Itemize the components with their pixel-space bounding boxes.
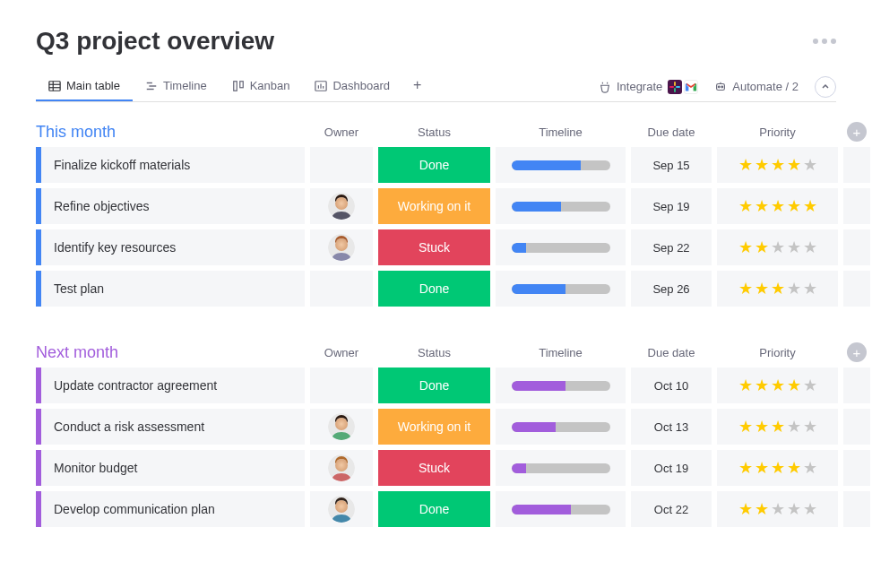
priority-cell[interactable]: ★★★★★	[717, 450, 838, 486]
priority-cell[interactable]: ★★★★★	[717, 409, 838, 445]
timeline-cell[interactable]	[496, 368, 626, 403]
timeline-cell[interactable]	[496, 188, 626, 224]
due-date-cell[interactable]: Oct 22	[631, 491, 712, 527]
column-header-due[interactable]: Due date	[631, 125, 712, 139]
status-cell[interactable]: Working on it	[378, 188, 490, 224]
extra-cell[interactable]	[843, 188, 870, 224]
task-name-cell[interactable]: Develop communication plan	[36, 491, 305, 527]
timeline-cell[interactable]	[496, 450, 626, 486]
due-date-cell[interactable]: Sep 19	[631, 188, 712, 224]
due-date-cell[interactable]: Sep 26	[631, 271, 712, 307]
task-name-cell[interactable]: Test plan	[36, 271, 305, 307]
owner-cell[interactable]	[310, 271, 373, 307]
timeline-cell[interactable]	[496, 409, 626, 445]
priority-cell[interactable]: ★★★★★	[717, 147, 838, 183]
table-row: Conduct a risk assessment Working on itO…	[36, 409, 836, 445]
tab-main-table[interactable]: Main table	[36, 72, 133, 101]
extra-cell[interactable]	[843, 409, 870, 445]
extra-cell[interactable]	[843, 229, 870, 265]
priority-cell[interactable]: ★★★★★	[717, 229, 838, 265]
owner-cell[interactable]	[310, 229, 373, 265]
add-column-button[interactable]: +	[847, 122, 867, 142]
status-cell[interactable]: Working on it	[378, 409, 490, 445]
due-date-cell[interactable]: Oct 13	[631, 409, 712, 445]
column-header-status[interactable]: Status	[378, 125, 490, 139]
extra-cell[interactable]	[843, 491, 870, 527]
due-date-cell[interactable]: Sep 22	[631, 229, 712, 265]
more-menu-button[interactable]	[813, 39, 836, 44]
task-name-cell[interactable]: Monitor budget	[36, 450, 305, 486]
column-header-owner[interactable]: Owner	[310, 346, 373, 359]
status-cell[interactable]: Done	[378, 147, 490, 183]
add-view-button[interactable]: +	[402, 72, 432, 101]
star-icon: ★	[787, 239, 801, 255]
group-title[interactable]: Next month	[36, 343, 305, 362]
avatar	[328, 496, 355, 523]
svg-rect-16	[676, 86, 680, 88]
timeline-cell[interactable]	[496, 271, 626, 307]
priority-cell[interactable]: ★★★★★	[717, 188, 838, 224]
owner-cell[interactable]	[310, 409, 373, 445]
star-icon: ★	[771, 460, 785, 476]
table-row: Refine objectives Working on itSep 19★★★…	[36, 188, 836, 224]
table-row: Update contractor agreementDoneOct 10★★★…	[36, 368, 836, 403]
column-header-priority[interactable]: Priority	[717, 125, 838, 139]
star-icon: ★	[738, 419, 753, 435]
timeline-cell[interactable]	[496, 229, 626, 265]
owner-cell[interactable]	[310, 147, 373, 183]
view-tabs: Main table Timeline Kanban Dashboard +	[36, 72, 836, 102]
automate-button[interactable]: Automate / 2	[714, 80, 799, 93]
owner-cell[interactable]	[310, 450, 373, 486]
extra-cell[interactable]	[843, 271, 870, 307]
star-icon: ★	[787, 198, 801, 214]
extra-cell[interactable]	[843, 450, 870, 486]
integrate-button[interactable]: Integrate	[599, 80, 698, 94]
task-name-cell[interactable]: Update contractor agreement	[36, 368, 305, 403]
task-name-cell[interactable]: Conduct a risk assessment	[36, 409, 305, 445]
tab-kanban[interactable]: Kanban	[220, 72, 303, 101]
add-column-button[interactable]: +	[847, 342, 867, 362]
collapse-button[interactable]	[815, 76, 836, 98]
column-header-status[interactable]: Status	[378, 346, 490, 359]
due-date-cell[interactable]: Oct 19	[631, 450, 712, 486]
timeline-cell[interactable]	[496, 491, 626, 527]
star-icon: ★	[755, 157, 769, 173]
star-icon: ★	[738, 377, 753, 393]
column-header-timeline[interactable]: Timeline	[496, 125, 626, 139]
column-header-priority[interactable]: Priority	[717, 346, 838, 359]
priority-cell[interactable]: ★★★★★	[717, 368, 838, 403]
owner-cell[interactable]	[310, 491, 373, 527]
status-cell[interactable]: Done	[378, 271, 490, 307]
progress-bar	[512, 422, 610, 432]
owner-cell[interactable]	[310, 188, 373, 224]
priority-cell[interactable]: ★★★★★	[717, 491, 838, 527]
star-icon: ★	[771, 239, 785, 255]
extra-cell[interactable]	[843, 147, 870, 183]
gmail-icon	[684, 80, 698, 94]
svg-rect-13	[674, 82, 676, 86]
column-header-due[interactable]: Due date	[631, 346, 712, 359]
column-header-timeline[interactable]: Timeline	[496, 346, 626, 359]
star-icon: ★	[803, 157, 817, 173]
automate-icon	[714, 81, 727, 93]
task-name-cell[interactable]: Refine objectives	[36, 188, 305, 224]
column-header-owner[interactable]: Owner	[310, 125, 373, 139]
priority-cell[interactable]: ★★★★★	[717, 271, 838, 307]
tab-timeline[interactable]: Timeline	[133, 72, 220, 101]
progress-bar	[512, 505, 610, 514]
status-cell[interactable]: Stuck	[378, 229, 490, 265]
status-cell[interactable]: Done	[378, 368, 490, 403]
status-cell[interactable]: Stuck	[378, 450, 490, 486]
group-title[interactable]: This month	[36, 123, 305, 142]
due-date-cell[interactable]: Sep 15	[631, 147, 712, 183]
tab-dashboard[interactable]: Dashboard	[302, 72, 402, 101]
timeline-cell[interactable]	[496, 147, 626, 183]
task-name-cell[interactable]: Identify key resources	[36, 229, 305, 265]
owner-cell[interactable]	[310, 368, 373, 403]
due-date-cell[interactable]: Oct 10	[631, 368, 712, 403]
dashboard-icon	[315, 80, 327, 92]
status-cell[interactable]: Done	[378, 491, 490, 527]
extra-cell[interactable]	[843, 368, 870, 403]
star-icon: ★	[755, 419, 769, 435]
task-name-cell[interactable]: Finalize kickoff materials	[36, 147, 305, 183]
